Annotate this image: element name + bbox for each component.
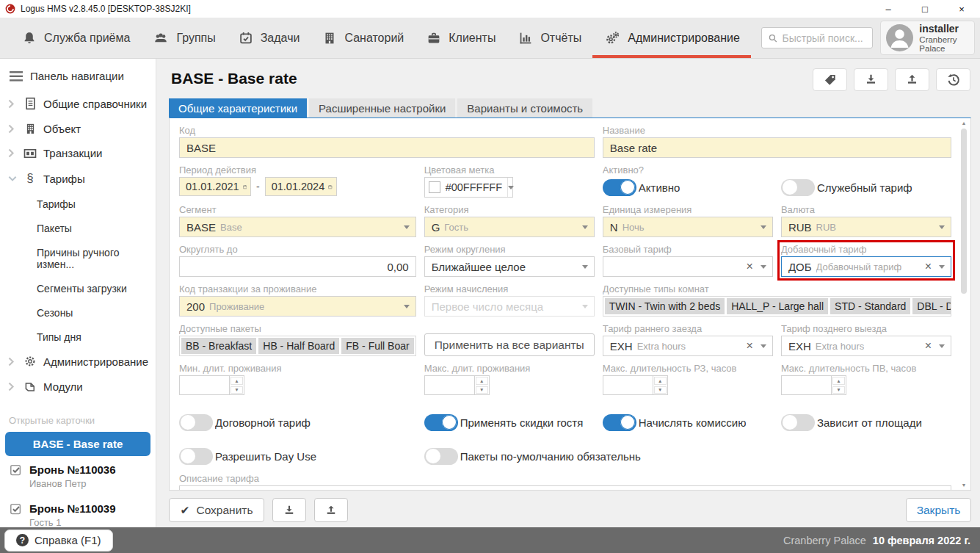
dropdown-arrow-icon[interactable] [757,225,770,229]
tab-variants[interactable]: Варианты и стоимость [457,98,592,118]
dropdown-arrow-icon[interactable] [935,225,948,229]
sidebar-item-administration[interactable]: Администрирование [0,349,156,374]
name-input[interactable]: Base rate [603,137,951,158]
sidebar-item-modules[interactable]: Модули [0,374,156,399]
sidebar-item-day-types[interactable]: Типы дня [0,325,156,349]
dropdown-arrow-icon[interactable] [757,344,770,348]
sidebar-item-seasons[interactable]: Сезоны [0,300,156,325]
export-footer-button[interactable] [314,498,348,522]
period-from-input[interactable]: 01.01.2021 [179,177,251,196]
open-card-booking-110036[interactable]: Бронь №110036 Иванов Петр [0,456,156,489]
round-mode-select[interactable]: Ближайшее целое [424,256,595,277]
package-chip[interactable]: FB - Full Boar [341,338,413,354]
tab-advanced[interactable]: Расширенные настройки [309,98,455,118]
spin-down-icon[interactable]: ▼ [654,386,667,394]
sidebar-item-tariffs-list[interactable]: Тарифы [0,192,156,216]
max-late-hours-spinner[interactable]: ▲▼ [781,375,846,395]
nav-front-desk[interactable]: Служба приёма [10,18,141,58]
apply-all-variants-button[interactable]: Применить на все варианты [424,333,595,356]
packages-input[interactable]: BB - Breakfast HB - Half Board FB - Full… [179,336,416,356]
spin-up-icon[interactable]: ▲ [832,377,845,385]
scrollbar-thumb[interactable] [961,129,967,294]
description-textarea[interactable] [179,485,951,491]
open-card-booking-110039[interactable]: Бронь №110039 Гость 1 [0,495,156,527]
room-type-chip[interactable]: HALL_P - Large hall [727,298,828,314]
late-checkout-select[interactable]: EXH Extra hours × [781,336,951,356]
color-mark-select[interactable]: #00FFFFFF [424,177,513,198]
unit-select[interactable]: N Ночь [603,217,773,237]
open-card-base-rate[interactable]: BASE - Base rate [5,432,150,456]
max-early-hours-spinner[interactable]: ▲▼ [603,375,668,395]
base-tariff-select[interactable]: × [603,256,773,277]
maximize-button[interactable]: □ [907,0,943,18]
category-select[interactable]: G Гость [424,217,595,237]
max-stay-spinner[interactable]: ▲▼ [424,375,490,395]
sidebar-item-load-segments[interactable]: Сегменты загрузки [0,276,156,300]
sidebar-item-object[interactable]: Объект [0,116,156,141]
early-checkin-select[interactable]: EXH Extra hours × [603,336,773,356]
sidebar-title[interactable]: Панель навигации [0,59,156,91]
export-button[interactable] [895,68,929,91]
sidebar-item-tariffs[interactable]: § Тарифы [0,165,156,192]
nav-clients[interactable]: Клиенты [415,18,507,58]
spin-down-icon[interactable]: ▼ [231,386,243,394]
spin-up-icon[interactable]: ▲ [231,377,243,385]
sidebar-item-transactions[interactable]: Транзакции [0,141,156,165]
import-button[interactable] [854,68,888,91]
dropdown-arrow-icon[interactable] [400,225,413,229]
currency-select[interactable]: RUB RUB [781,217,951,237]
spin-down-icon[interactable]: ▼ [832,386,845,394]
tab-general[interactable]: Общие характеристики [169,98,307,118]
room-type-chip[interactable]: DBL - Double with sing [912,298,951,314]
save-button[interactable]: ✔ Сохранить [169,498,264,522]
help-button[interactable]: ? Справка (F1) [4,529,113,552]
package-chip[interactable]: HB - Half Board [258,338,339,354]
guest-discounts-toggle[interactable] [424,414,458,431]
period-to-input[interactable]: 01.01.2024 [265,177,337,196]
nav-administration[interactable]: Администрирование [592,18,751,58]
code-input[interactable]: BASE [179,137,595,158]
tag-button[interactable] [813,68,847,91]
clear-icon[interactable]: × [921,339,935,353]
history-button[interactable] [936,68,970,91]
room-type-chip[interactable]: TWIN - Twin with 2 beds [605,298,725,314]
minimize-button[interactable]: – [870,0,907,18]
quick-search[interactable] [761,27,874,48]
day-use-toggle[interactable] [179,448,213,465]
nav-sanatorium[interactable]: Санаторий [311,18,415,58]
clear-icon[interactable]: × [743,339,757,353]
round-to-input[interactable]: 0,00 [179,256,416,277]
dropdown-arrow-icon[interactable] [400,305,413,308]
default-packages-toggle[interactable] [424,448,458,465]
spin-up-icon[interactable]: ▲ [654,377,667,385]
active-toggle[interactable] [603,179,636,196]
area-dependent-toggle[interactable] [781,414,815,431]
dropdown-arrow-icon[interactable] [507,178,514,197]
close-window-button[interactable]: × [943,0,980,18]
nav-reports[interactable]: Отчёты [507,18,592,58]
stay-transaction-select[interactable]: 200 Проживание [179,296,416,317]
package-chip[interactable]: BB - Breakfast [181,338,256,354]
scroll-up-icon[interactable]: ▲ [962,120,967,126]
nav-groups[interactable]: Группы [141,18,226,58]
sidebar-item-packages[interactable]: Пакеты [0,216,156,240]
close-button[interactable]: Закрыть [906,498,971,522]
min-stay-spinner[interactable]: ▲▼ [179,375,244,395]
service-tariff-toggle[interactable] [781,179,815,196]
room-type-chip[interactable]: STD - Standard [830,298,910,314]
search-input[interactable] [783,32,867,44]
extra-tariff-select[interactable]: ДОБ Добавочный тариф × [781,256,951,277]
nav-tasks[interactable]: Задачи [227,18,311,58]
room-types-input[interactable]: TWIN - Twin with 2 beds HALL_P - Large h… [603,296,951,317]
segment-select[interactable]: BASE Base [179,217,416,237]
user-card[interactable]: installer Cranberry Palace [880,21,975,55]
clear-icon[interactable]: × [743,260,757,273]
dropdown-arrow-icon[interactable] [935,344,948,348]
dropdown-arrow-icon[interactable] [578,265,592,269]
vertical-scrollbar[interactable]: ▲ ▼ [959,120,969,488]
import-footer-button[interactable] [272,498,306,522]
dropdown-arrow-icon[interactable] [757,265,770,269]
sidebar-item-references[interactable]: Общие справочники [0,91,156,116]
spin-up-icon[interactable]: ▲ [476,377,488,385]
scroll-down-icon[interactable]: ▼ [962,482,967,488]
